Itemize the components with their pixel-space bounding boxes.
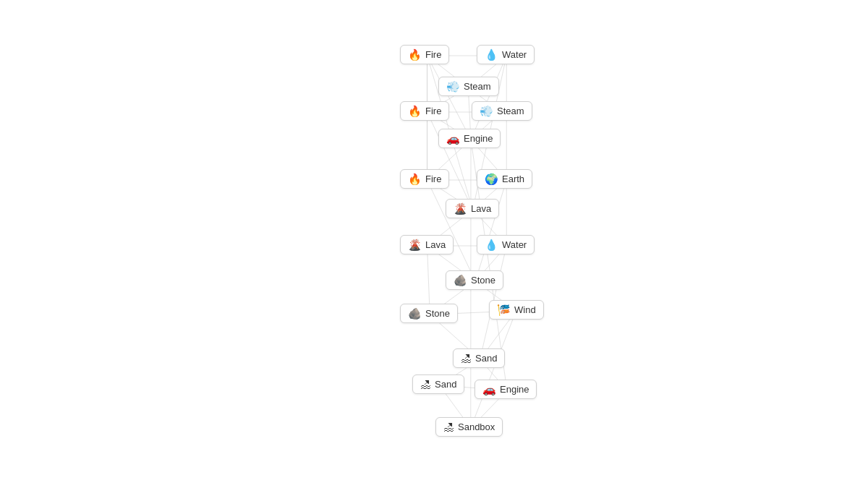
node-sandbox1[interactable]: 🏖Sandbox	[435, 417, 503, 437]
node-fire3[interactable]: 🔥Fire	[400, 169, 449, 189]
node-fire1[interactable]: 🔥Fire	[400, 45, 449, 64]
node-steam2[interactable]: 💨Steam	[472, 101, 532, 121]
node-water2[interactable]: 💧Water	[477, 235, 535, 254]
water2-label: Water	[502, 239, 527, 250]
node-wind1[interactable]: 🎏Wind	[489, 300, 544, 320]
steam2-icon: 💨	[480, 106, 493, 116]
node-stone2[interactable]: 🪨Stone	[400, 304, 458, 323]
lava2-icon: 🌋	[408, 239, 422, 250]
stone2-icon: 🪨	[408, 308, 422, 319]
sand1-label: Sand	[475, 353, 497, 364]
lava2-label: Lava	[425, 239, 446, 250]
sand2-icon: 🏖	[420, 379, 431, 390]
node-sand2[interactable]: 🏖Sand	[412, 374, 464, 394]
fire1-icon: 🔥	[408, 49, 422, 60]
earth1-icon: 🌍	[485, 174, 498, 184]
svg-line-41	[427, 112, 473, 210]
lava1-icon: 🌋	[454, 203, 467, 214]
stone1-icon: 🪨	[454, 275, 467, 286]
svg-line-33	[427, 56, 472, 140]
lava1-label: Lava	[471, 203, 491, 214]
stone2-label: Stone	[425, 308, 450, 319]
sand2-label: Sand	[435, 379, 456, 390]
node-steam1[interactable]: 💨Steam	[438, 77, 499, 96]
water2-icon: 💧	[485, 239, 498, 250]
engine1-label: Engine	[464, 133, 493, 144]
sand1-icon: 🏖	[461, 353, 472, 364]
node-water1[interactable]: 💧Water	[477, 45, 535, 64]
fire2-label: Fire	[425, 106, 441, 116]
earth1-label: Earth	[502, 174, 524, 184]
sandbox1-label: Sandbox	[458, 421, 495, 432]
wind1-icon: 🎏	[497, 304, 511, 315]
node-lava1[interactable]: 🌋Lava	[446, 199, 499, 218]
svg-line-38	[471, 311, 516, 428]
stone1-label: Stone	[471, 275, 495, 286]
node-stone1[interactable]: 🪨Stone	[446, 270, 503, 290]
fire3-label: Fire	[425, 174, 441, 184]
node-engine2[interactable]: 🚗Engine	[475, 380, 537, 399]
sandbox1-icon: 🏖	[443, 421, 454, 432]
node-earth1[interactable]: 🌍Earth	[477, 169, 532, 189]
node-fire2[interactable]: 🔥Fire	[400, 101, 449, 121]
node-lava2[interactable]: 🌋Lava	[400, 235, 454, 254]
engine2-icon: 🚗	[482, 384, 496, 395]
node-engine1[interactable]: 🚗Engine	[438, 129, 501, 148]
water1-icon: 💧	[485, 49, 498, 60]
engine2-label: Engine	[500, 384, 529, 395]
svg-line-40	[471, 56, 506, 140]
steam1-label: Steam	[464, 81, 491, 92]
water1-label: Water	[502, 49, 527, 60]
node-sand1[interactable]: 🏖Sand	[453, 348, 505, 368]
svg-line-36	[427, 180, 476, 281]
canvas: 🔥Fire💧Water💨Steam🔥Fire💨Steam🚗Engine🔥Fire…	[0, 0, 868, 488]
steam1-icon: 💨	[446, 81, 460, 92]
wind1-label: Wind	[514, 304, 536, 315]
svg-line-37	[475, 180, 506, 281]
fire3-icon: 🔥	[408, 174, 422, 184]
engine1-icon: 🚗	[446, 133, 460, 144]
fire1-label: Fire	[425, 49, 441, 60]
fire2-icon: 🔥	[408, 106, 422, 116]
steam2-label: Steam	[497, 106, 524, 116]
